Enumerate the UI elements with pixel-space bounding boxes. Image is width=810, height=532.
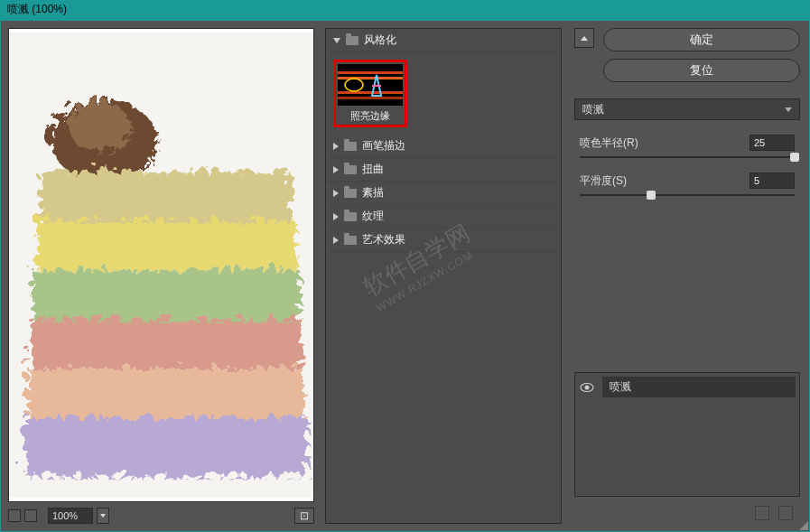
category-stylize[interactable]: 风格化 xyxy=(326,29,561,52)
param-label: 喷色半径(R) xyxy=(580,135,749,151)
svg-rect-3 xyxy=(36,166,287,216)
folder-icon xyxy=(344,165,357,174)
spray-radius-input[interactable] xyxy=(749,135,795,151)
chevron-right-icon xyxy=(333,143,339,150)
preview-panel: ⊡ xyxy=(1,21,321,531)
action-buttons: 确定 复位 xyxy=(603,28,800,82)
slider-thumb[interactable] xyxy=(790,153,799,162)
effect-name: 喷溅 xyxy=(602,377,796,397)
filter-thumbnail-glowing-edges[interactable]: 照亮边缘 xyxy=(333,60,407,127)
chevron-down-icon xyxy=(333,38,340,43)
svg-rect-4 xyxy=(32,216,291,266)
folder-icon xyxy=(344,189,357,198)
effect-row[interactable]: 喷溅 xyxy=(575,373,799,401)
window-title: 喷溅 (100%) xyxy=(7,3,67,15)
svg-rect-13 xyxy=(338,97,403,99)
zoom-in-button[interactable] xyxy=(24,509,37,522)
svg-point-16 xyxy=(585,385,590,389)
param-spray-radius: 喷色半径(R) xyxy=(574,135,800,151)
slider-thumb[interactable] xyxy=(647,191,656,200)
param-label: 平滑度(S) xyxy=(580,173,749,189)
filter-tree-panel: 风格化 照亮边缘 xyxy=(325,28,562,524)
svg-rect-7 xyxy=(23,364,300,414)
delete-effect-button[interactable] xyxy=(778,506,793,520)
svg-rect-12 xyxy=(338,91,403,94)
folder-icon xyxy=(344,212,357,221)
category-label: 画笔描边 xyxy=(362,138,405,154)
preview-controls: ⊡ xyxy=(8,508,314,524)
folder-icon xyxy=(344,142,357,151)
new-effect-button[interactable] xyxy=(755,506,769,520)
smoothness-input[interactable] xyxy=(749,173,795,189)
category-label: 风格化 xyxy=(364,33,396,48)
ok-button[interactable]: 确定 xyxy=(603,28,800,51)
svg-rect-11 xyxy=(338,77,403,79)
category-label: 纹理 xyxy=(362,209,384,224)
zoom-input[interactable] xyxy=(48,508,93,524)
category-texture[interactable]: 纹理 xyxy=(326,205,561,229)
category-distort[interactable]: 扭曲 xyxy=(326,158,561,182)
filter-dropdown-label: 喷溅 xyxy=(582,102,604,117)
thumbnail-label: 照亮边缘 xyxy=(338,109,403,123)
zoom-dropdown[interactable] xyxy=(97,508,109,524)
filter-dropdown[interactable]: 喷溅 xyxy=(574,98,800,120)
main-content: ⊡ 风格化 xyxy=(0,20,810,532)
category-sketch[interactable]: 素描 xyxy=(326,182,561,205)
preview-canvas[interactable] xyxy=(8,28,314,502)
category-artistic[interactable]: 艺术效果 xyxy=(326,229,561,252)
spray-radius-slider[interactable] xyxy=(580,156,795,158)
svg-rect-6 xyxy=(25,314,297,364)
category-label: 艺术效果 xyxy=(362,232,405,247)
visibility-eye-icon[interactable] xyxy=(579,381,595,394)
thumbnail-area: 照亮边缘 xyxy=(326,52,561,135)
top-actions: 确定 复位 xyxy=(574,28,800,82)
titlebar: 喷溅 (100%) xyxy=(0,0,810,20)
folder-icon xyxy=(346,36,358,45)
param-smoothness: 平滑度(S) xyxy=(574,173,800,189)
settings-panel: 确定 复位 喷溅 喷色半径(R) 平滑度(S) 喷溅 xyxy=(565,21,809,531)
folder-icon xyxy=(344,236,357,245)
chevron-right-icon xyxy=(333,213,339,220)
category-label: 素描 xyxy=(362,185,384,201)
collapse-button[interactable] xyxy=(574,28,594,48)
stack-toolbar xyxy=(574,502,800,524)
zoom-out-button[interactable] xyxy=(8,509,21,522)
category-label: 扭曲 xyxy=(362,162,384,177)
effect-stack: 喷溅 xyxy=(574,372,800,497)
fit-button[interactable]: ⊡ xyxy=(294,508,314,524)
smoothness-slider[interactable] xyxy=(580,194,795,196)
thumbnail-image xyxy=(338,64,403,106)
reset-button[interactable]: 复位 xyxy=(603,59,800,82)
svg-point-2 xyxy=(62,97,125,147)
chevron-right-icon xyxy=(333,237,339,244)
svg-rect-9 xyxy=(338,64,403,106)
svg-rect-8 xyxy=(20,413,303,471)
preview-image xyxy=(9,29,313,501)
svg-rect-5 xyxy=(27,266,295,315)
chevron-right-icon xyxy=(333,190,339,197)
resize-grip[interactable] xyxy=(797,519,808,530)
category-brushstrokes[interactable]: 画笔描边 xyxy=(326,135,561,158)
chevron-right-icon xyxy=(333,166,339,173)
svg-rect-10 xyxy=(338,71,403,74)
